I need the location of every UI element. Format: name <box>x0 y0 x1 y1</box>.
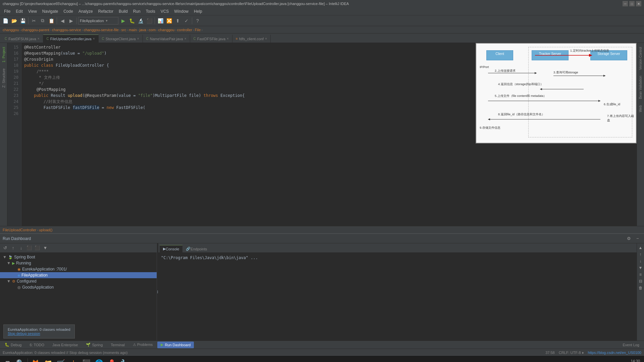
structure-tab[interactable]: Z: Structure <box>1 66 6 90</box>
toolbar-copy[interactable]: ⧉ <box>39 17 47 25</box>
scroll-down[interactable]: ↓ <box>638 258 644 264</box>
menu-view[interactable]: View <box>25 8 40 14</box>
menu-refactor[interactable]: Refactor <box>96 8 116 14</box>
run-toolbar-rerun[interactable]: ↺ <box>1 244 9 252</box>
bottom-tab-eventlog[interactable]: Event Log <box>619 342 643 348</box>
scroll-bottom[interactable]: ▼ <box>638 265 644 271</box>
maximize-button[interactable]: □ <box>629 1 635 6</box>
breadcrumb-java[interactable]: java <box>139 28 146 32</box>
taskbar-maps[interactable]: 📍 <box>106 357 118 362</box>
breadcrumb-service[interactable]: changgou-service <box>52 28 81 32</box>
taskbar-cmd[interactable]: ⬛ <box>80 357 92 362</box>
breadcrumb-controller[interactable]: controller <box>177 28 192 32</box>
version-control-tab[interactable]: Version Control <box>638 44 643 72</box>
toolbar-stop[interactable]: ⬛ <box>145 17 153 25</box>
search-button[interactable]: 🔍 <box>14 357 26 362</box>
tab-fdfsconf[interactable]: ≡ fdfs_client.conf × <box>232 35 271 43</box>
breadcrumb-main[interactable]: main <box>129 28 137 32</box>
toolbar-git[interactable]: 🔀 <box>165 17 173 25</box>
toolbar-commit[interactable]: ✓ <box>182 17 191 25</box>
breadcrumb-service-file[interactable]: changgou-service-file <box>84 28 119 32</box>
status-url[interactable]: https://blog.csdn.net/en_US0100 <box>588 351 641 355</box>
tree-item-springboot[interactable]: ▼ 🍃 Spring Boot <box>0 254 157 260</box>
toolbar-save[interactable]: 💾 <box>19 17 27 25</box>
tab-fileuploadcontroller[interactable]: C FileUploadController.java × <box>43 35 99 43</box>
tab-namevaluepair-close[interactable]: × <box>184 37 186 41</box>
menu-tools[interactable]: Tools <box>143 8 158 14</box>
toolbar-profiler[interactable]: 📊 <box>156 17 164 25</box>
menu-run[interactable]: Run <box>130 8 143 14</box>
run-tab-endpoints[interactable]: 🔗 Endpoints <box>182 245 210 252</box>
tab-fastdfsutil[interactable]: C FastDFSUtil.java × <box>1 35 43 43</box>
toolbar-cut[interactable]: ✂ <box>30 17 38 25</box>
code-breadcrumb-method[interactable]: upload() <box>39 228 52 232</box>
run-toolbar-up[interactable]: ↑ <box>9 244 17 252</box>
menu-code[interactable]: Code <box>61 8 76 14</box>
menu-navigate[interactable]: Navigate <box>40 8 61 14</box>
breadcrumb-com[interactable]: com <box>149 28 156 32</box>
run-toolbar-down[interactable]: ↓ <box>17 244 25 252</box>
tree-item-eureka[interactable]: ◉ EurekaApplication :7001/ <box>0 266 157 272</box>
tree-item-running[interactable]: ▼ ▶ Running <box>0 260 157 266</box>
tab-fastdfsutil-close[interactable]: × <box>38 37 40 41</box>
toolbar-coverage[interactable]: 🔬 <box>137 17 145 25</box>
menu-window[interactable]: Window <box>171 8 191 14</box>
tab-storageclient[interactable]: C StorageClient.java × <box>99 35 143 43</box>
tab-storageclient-close[interactable]: × <box>137 37 139 41</box>
bottom-tab-terminal[interactable]: Terminal <box>107 342 128 348</box>
bottom-tab-problems[interactable]: ⚠ Problems <box>129 342 156 348</box>
menu-help[interactable]: Help <box>191 8 205 14</box>
breadcrumb-src[interactable]: src <box>121 28 126 32</box>
menu-build[interactable]: Build <box>116 8 130 14</box>
toolbar-open[interactable]: 📂 <box>10 17 18 25</box>
tab-fastdfsfile[interactable]: C FastDFSFile.java × <box>190 35 232 43</box>
breadcrumb-parent[interactable]: changgou-parent <box>21 28 49 32</box>
run-header-settings[interactable]: ⚙ <box>625 235 633 242</box>
breadcrumb-file[interactable]: File <box>195 28 201 32</box>
status-encoding[interactable]: CRLF: UTF-8 ♦ <box>559 351 584 355</box>
tab-fileuploadcontroller-close[interactable]: × <box>93 37 95 41</box>
tab-fastdfsfile-close[interactable]: × <box>227 37 229 41</box>
status-position[interactable]: 37:58 <box>545 351 555 355</box>
breadcrumb-changgou[interactable]: changgou <box>3 28 19 32</box>
run-header-minimize[interactable]: − <box>634 235 641 242</box>
code-breadcrumb-class[interactable]: FileUploadController <box>3 228 36 232</box>
tree-item-goodsapp[interactable]: ◎ GoodsApplication <box>0 284 157 290</box>
menu-analyze[interactable]: Analyze <box>76 8 96 14</box>
stop-debug-link[interactable]: Stop debug session <box>8 331 70 336</box>
web-tab[interactable]: Web <box>638 103 643 115</box>
window-controls[interactable]: ─ □ ✕ <box>623 1 641 6</box>
menu-vcs[interactable]: VCS <box>158 8 172 14</box>
tab-namevaluepair[interactable]: C NameValuePair.java × <box>143 35 190 43</box>
toolbar-paste[interactable]: 📋 <box>47 17 55 25</box>
run-toolbar-stop[interactable]: ⬛ <box>25 244 33 252</box>
taskbar-explorer[interactable]: 📁 <box>42 357 54 362</box>
bottom-tab-debug[interactable]: 🐛 Debug <box>1 342 25 348</box>
taskbar-app8[interactable]: 🔧 <box>118 357 130 362</box>
menu-edit[interactable]: Edit <box>13 8 25 14</box>
console-action-3[interactable]: 🗑 <box>638 285 644 291</box>
start-button[interactable]: ⊞ <box>1 357 13 362</box>
console-action-1[interactable]: ≡ <box>638 272 644 278</box>
tab-fdfsconf-close[interactable]: × <box>265 37 267 41</box>
toolbar-new[interactable]: 📄 <box>1 17 9 25</box>
taskbar-store[interactable]: 🛒 <box>55 357 67 362</box>
scroll-top[interactable]: ▲ <box>638 245 644 251</box>
minimize-button[interactable]: ─ <box>623 1 628 6</box>
tree-item-configured[interactable]: ▼ ⚙ Configured <box>0 278 157 284</box>
bottom-tab-javaee[interactable]: Java Enterprise <box>49 342 81 348</box>
close-button[interactable]: ✕ <box>636 1 641 6</box>
toolbar-run[interactable]: ▶ <box>119 17 127 25</box>
toolbar-help[interactable]: ? <box>194 17 202 25</box>
bottom-tab-rundashboard[interactable]: ▶ Run Dashboard <box>157 342 194 348</box>
console-action-2[interactable]: ⊟ <box>638 278 644 284</box>
toolbar-back[interactable]: ◀ <box>58 17 66 25</box>
run-config-dropdown[interactable]: FileApplication ▼ <box>78 17 118 24</box>
tree-item-fileapp[interactable]: ◈ FileApplication <box>0 272 157 278</box>
run-toolbar-stop2[interactable]: ⬛ <box>34 244 41 252</box>
bean-validation-tab[interactable]: Bean Validation <box>638 73 643 102</box>
bottom-tab-todo[interactable]: 6: TODO <box>26 342 48 348</box>
run-toolbar-filter[interactable]: ▼ <box>42 244 49 252</box>
run-tab-console[interactable]: ▶ Console <box>160 245 182 252</box>
taskbar-intellij[interactable]: I <box>67 357 79 362</box>
